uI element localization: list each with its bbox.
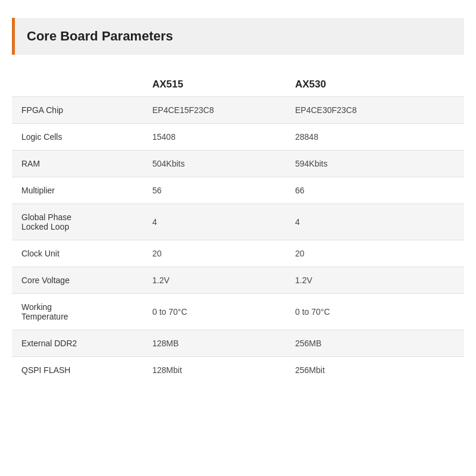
cell-ax515-external-ddr2: 128MB bbox=[143, 330, 286, 356]
header-title: Core Board Parameters bbox=[27, 29, 173, 43]
page-container: Core Board Parameters AX515 AX530 FPGA C… bbox=[0, 0, 476, 476]
cell-label-logic-cells: Logic Cells bbox=[12, 124, 143, 150]
table-container: AX515 AX530 FPGA ChipEP4CE15F23C8EP4CE30… bbox=[12, 73, 464, 383]
cell-ax530-working-temp: 0 to 70°C bbox=[286, 294, 428, 330]
cell-ax530-clock-unit: 20 bbox=[286, 240, 428, 267]
cell-ax530-logic-cells: 28848 bbox=[286, 124, 428, 150]
cell-ax530-qspi-flash: 256Mbit bbox=[286, 357, 428, 383]
cell-label-global-pll: Global PhaseLocked Loop bbox=[12, 204, 143, 240]
cell-ax515-core-voltage: 1.2V bbox=[143, 267, 286, 293]
cell-ax515-global-pll: 4 bbox=[143, 204, 286, 240]
cell-ax515-ram: 504Kbits bbox=[143, 151, 286, 177]
table-row-ram: RAM504Kbits594Kbits bbox=[12, 150, 464, 177]
cell-label-core-voltage: Core Voltage bbox=[12, 267, 143, 293]
cell-ax530-external-ddr2: 256MB bbox=[286, 330, 428, 356]
cell-ax530-core-voltage: 1.2V bbox=[286, 267, 428, 293]
table-row-fpga-chip: FPGA ChipEP4CE15F23C8EP4CE30F23C8 bbox=[12, 96, 464, 123]
cell-ax530-fpga-chip: EP4CE30F23C8 bbox=[286, 97, 428, 123]
table-row-logic-cells: Logic Cells1540828848 bbox=[12, 123, 464, 150]
col-header-empty bbox=[12, 73, 143, 96]
table-row-clock-unit: Clock Unit2020 bbox=[12, 240, 464, 267]
table-row-global-pll: Global PhaseLocked Loop44 bbox=[12, 203, 464, 240]
column-headers: AX515 AX530 bbox=[12, 73, 464, 96]
col-header-ax515: AX515 bbox=[143, 73, 286, 96]
cell-label-working-temp: WorkingTemperature bbox=[12, 294, 143, 330]
table-row-core-voltage: Core Voltage1.2V1.2V bbox=[12, 267, 464, 293]
cell-label-ram: RAM bbox=[12, 151, 143, 177]
header-section: Core Board Parameters bbox=[12, 18, 464, 55]
cell-label-qspi-flash: QSPI FLASH bbox=[12, 357, 143, 383]
cell-ax530-global-pll: 4 bbox=[286, 204, 428, 240]
table-row-multiplier: Multiplier5666 bbox=[12, 177, 464, 203]
cell-label-clock-unit: Clock Unit bbox=[12, 240, 143, 267]
cell-ax530-ram: 594Kbits bbox=[286, 151, 428, 177]
cell-label-fpga-chip: FPGA Chip bbox=[12, 97, 143, 123]
cell-label-multiplier: Multiplier bbox=[12, 177, 143, 203]
table-row-qspi-flash: QSPI FLASH128Mbit256Mbit bbox=[12, 356, 464, 383]
table-rows: FPGA ChipEP4CE15F23C8EP4CE30F23C8Logic C… bbox=[12, 96, 464, 383]
table-row-working-temp: WorkingTemperature0 to 70°C0 to 70°C bbox=[12, 293, 464, 330]
cell-ax515-clock-unit: 20 bbox=[143, 240, 286, 267]
table-row-external-ddr2: External DDR2128MB256MB bbox=[12, 330, 464, 356]
cell-label-external-ddr2: External DDR2 bbox=[12, 330, 143, 356]
cell-ax515-multiplier: 56 bbox=[143, 177, 286, 203]
cell-ax515-qspi-flash: 128Mbit bbox=[143, 357, 286, 383]
cell-ax515-logic-cells: 15408 bbox=[143, 124, 286, 150]
cell-ax515-fpga-chip: EP4CE15F23C8 bbox=[143, 97, 286, 123]
col-header-ax530: AX530 bbox=[286, 73, 428, 96]
cell-ax530-multiplier: 66 bbox=[286, 177, 428, 203]
cell-ax515-working-temp: 0 to 70°C bbox=[143, 294, 286, 330]
